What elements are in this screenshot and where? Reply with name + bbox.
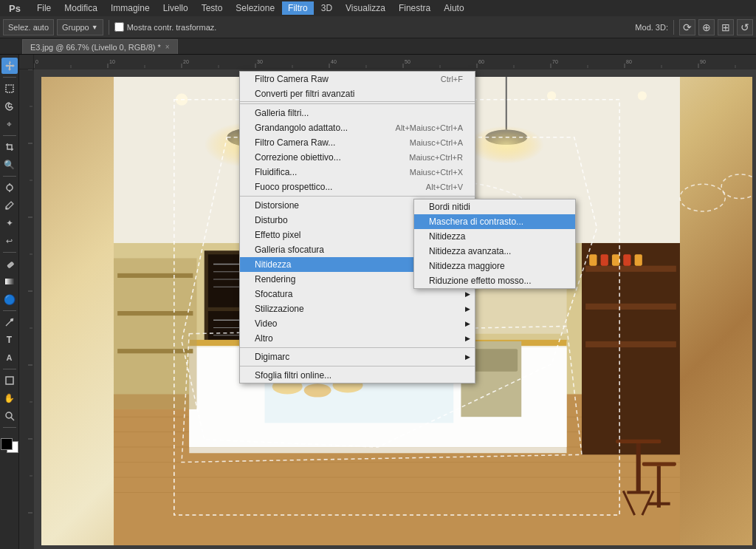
gradient-tool[interactable] [1,273,18,290]
fuoco-prospettico-shortcut: Alt+Ctrl+V [411,183,463,191]
eyedropper-tool[interactable]: 🔍 [1,157,18,173]
correzione-obiettivo-btn[interactable]: Correzione obiettivo... Maiusc+Ctrl+R [240,150,475,165]
move-tool[interactable] [1,58,18,74]
svg-text:30: 30 [257,59,263,64]
eraser-tool[interactable] [1,256,18,272]
menu-aiuto[interactable]: Aiuto [438,1,470,15]
tab-close-btn[interactable]: × [165,43,170,51]
fuoco-prospettico-btn[interactable]: Fuoco prospettico... Alt+Ctrl+V [240,180,475,194]
camera-raw2-btn[interactable]: Filtro Camera Raw... Maiusc+Ctrl+A [240,135,475,150]
svg-text:80: 80 [626,59,632,64]
clone-stamp-tool[interactable]: ✦ [1,215,18,231]
menu-finestra[interactable]: Finestra [393,1,436,15]
svg-text:60: 60 [478,59,484,64]
menu-filtro[interactable]: Filtro [282,1,314,15]
svg-rect-126 [117,273,193,278]
svg-text:0: 0 [35,59,38,64]
stilizzazione-label: Stilizzazione [255,304,304,314]
bordi-nitidi-btn[interactable]: Bordi nitidi [414,200,575,214]
color-swatches[interactable] [1,435,18,453]
galleria-filtri-btn[interactable]: Galleria filtri... [240,106,475,120]
filtro-sep-3 [240,347,475,348]
converti-filtri-btn[interactable]: Converti per filtri avanzati [240,86,475,101]
tab-bar: E3.jpg @ 66.7% (Livello 0, RGB/8) * × [0,38,756,55]
auto-select-label: Selez. auto [8,23,49,32]
menu-selezione[interactable]: Selezione [230,1,281,15]
menu-livello[interactable]: Livello [157,1,194,15]
toolbar-separator [109,20,109,35]
history-brush-tool[interactable]: ↩ [1,233,18,249]
menu-testo[interactable]: Testo [196,1,229,15]
nitidezza-maggiore-btn[interactable]: Nitidezza maggiore [414,259,575,273]
path-selection-tool[interactable]: A [1,349,18,366]
distorsione-label: Distorsione [255,200,299,211]
grandangolo-btn[interactable]: Grandangolo adattato... Alt+Maiusc+Ctrl+… [240,120,475,135]
svg-rect-74 [635,254,642,265]
tool-separator-2 [3,135,16,136]
stilizzazione-btn[interactable]: Stilizzazione [240,301,475,316]
canvas-area: 0 10 20 30 40 50 60 [19,55,756,549]
text-tool[interactable]: T [1,332,18,348]
mod3d-label: Mod. 3D: [635,23,668,32]
svg-text:20: 20 [183,59,189,64]
effetto-pixel-label: Effetto pixel [255,230,300,240]
chevron-down-icon: ▼ [92,24,98,31]
svg-text:50: 50 [405,59,410,64]
healing-brush-tool[interactable] [1,180,18,196]
menu-file[interactable]: File [31,1,57,15]
tool-separator-5 [3,310,16,311]
svg-rect-11 [34,55,756,69]
camera-raw2-label: Filtro Camera Raw... [255,137,335,148]
fluidifica-btn[interactable]: Fluidifica... Maiusc+Ctrl+X [240,165,475,180]
video-btn[interactable]: Video [240,316,475,331]
menu-visualizza[interactable]: Visualizza [340,1,391,15]
crop-tool[interactable] [1,139,18,155]
auto-select-toggle[interactable]: Selez. auto [3,19,54,35]
svg-point-4 [5,208,7,210]
filtro-camera-raw-label: Filtro Camera Raw [255,74,329,84]
3d-pan-btn[interactable]: ⊕ [698,19,715,35]
bordi-nitidi-label: Bordi nitidi [429,202,470,212]
nitidezza-avanzata-label: Nitidezza avanzata... [429,246,511,256]
3d-roll-btn[interactable]: ↺ [737,19,753,35]
document-tab[interactable]: E3.jpg @ 66.7% (Livello 0, RGB/8) * × [22,39,178,54]
foreground-color-swatch[interactable] [1,438,13,450]
svg-point-130 [721,174,752,199]
maschera-contrasto-label: Maschera di contrasto... [429,216,523,227]
svg-rect-5 [7,262,13,267]
svg-rect-125 [114,258,196,409]
svg-rect-128 [117,349,193,353]
lasso-tool[interactable] [1,98,18,115]
options-bar: Selez. auto Gruppo ▼ Mostra contr. trasf… [0,16,756,38]
correzione-obiettivo-shortcut: Maiusc+Ctrl+R [394,153,463,162]
dodge-tool[interactable]: 🔵 [1,291,18,307]
fluidifica-shortcut: Maiusc+Ctrl+X [395,168,463,177]
altro-btn[interactable]: Altro [240,331,475,346]
brush-tool[interactable] [1,197,18,214]
riduzione-effetto-btn[interactable]: Riduzione effetto mosso... [414,273,575,288]
hand-tool[interactable]: ✋ [1,390,18,406]
shape-tool[interactable] [1,372,18,389]
menu-immagine[interactable]: Immagine [105,1,156,15]
svg-point-9 [6,412,12,418]
maschera-contrasto-btn[interactable]: Maschera di contrasto... [414,214,575,229]
3d-rotate-btn[interactable]: ⟳ [679,19,695,35]
nitidezza-sub-btn[interactable]: Nitidezza [414,229,575,244]
group-select-btn[interactable]: Gruppo ▼ [57,19,103,35]
magic-wand-tool[interactable]: ⌖ [1,116,18,132]
filtro-camera-raw-btn[interactable]: Filtro Camera Raw Ctrl+F [240,72,475,86]
pen-tool[interactable] [1,314,18,330]
menu-3d[interactable]: 3D [315,1,338,15]
sfocatura-btn[interactable]: Sfocatura [240,287,475,301]
zoom-tool[interactable] [1,408,18,424]
menu-modifica[interactable]: Modifica [58,1,103,15]
grandangolo-label: Grandangolo adattato... [255,123,348,133]
altro-label: Altro [255,333,273,344]
3d-zoom-btn[interactable]: ⊞ [718,19,734,35]
sfoglia-filtri-btn[interactable]: Sfoglia filtri online... [240,368,475,383]
show-transform-checkbox[interactable] [114,22,124,32]
nitidezza-avanzata-btn[interactable]: Nitidezza avanzata... [414,244,575,259]
digimarc-btn[interactable]: Digimarc [240,349,475,364]
marquee-tool[interactable] [1,81,18,97]
toolbox: ⌖ 🔍 ✦ ↩ [0,55,19,549]
